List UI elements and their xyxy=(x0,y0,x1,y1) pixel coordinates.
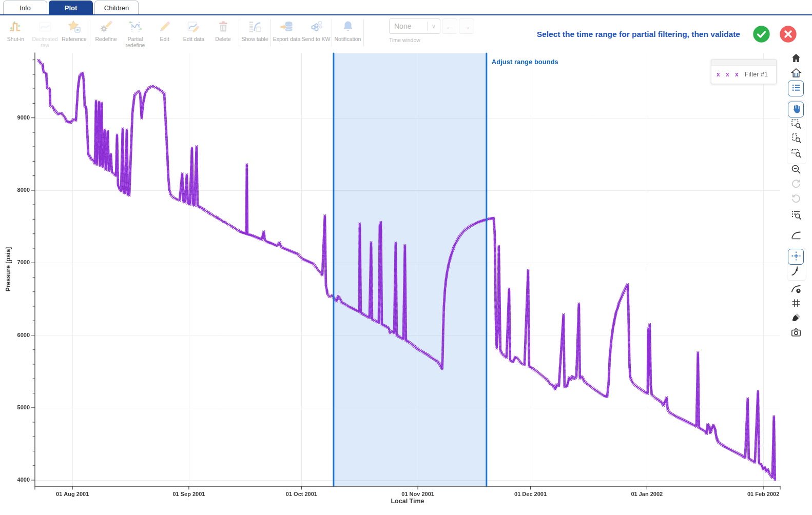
sidebar-tool-move-points[interactable] xyxy=(788,249,804,265)
toolbar-separator xyxy=(90,19,90,46)
sidebar-tool-legend-panel[interactable] xyxy=(788,81,804,96)
toolbar-button-notification[interactable]: Notification xyxy=(333,17,362,42)
y-axis-title: Pressure [psia] xyxy=(5,239,12,300)
toolbar-button-shut-in[interactable]: Shut-in xyxy=(1,17,30,42)
search-list-icon xyxy=(790,209,802,222)
send-to-kw-icon xyxy=(308,19,324,34)
check-icon xyxy=(753,26,770,43)
toolbar-button-send-to-kw[interactable]: Send to KW xyxy=(301,17,331,42)
sidebar-tool-next-view xyxy=(789,193,803,207)
sidebar-tool-screenshot[interactable] xyxy=(789,326,803,341)
sidebar-tool-point-on-curve[interactable] xyxy=(789,265,803,279)
legend-header xyxy=(711,60,776,66)
validate-area: Select the time range for partial filter… xyxy=(537,26,797,43)
grid-icon xyxy=(790,298,802,311)
toolbar-button-label: Decimated raw xyxy=(30,36,60,48)
toolbar-button-show-table[interactable]: Show table xyxy=(240,17,269,42)
legend-box[interactable]: x x x Filter #1 xyxy=(711,59,777,84)
sidebar-tool-zoom-out[interactable] xyxy=(789,163,803,177)
brush-icon xyxy=(790,312,802,325)
zoom-vertical-icon xyxy=(790,132,802,146)
time-window-value: None xyxy=(394,22,427,30)
toolbar-button-label: Send to KW xyxy=(301,36,330,42)
export-data-icon xyxy=(279,19,295,34)
chart-region: Adjust range bounds x x x Filter #1 Pres… xyxy=(0,51,812,515)
sidebar-tool-default-scales-home[interactable] xyxy=(789,67,803,81)
legend-series-label: Filter #1 xyxy=(745,71,768,78)
toolbar-button-label: Notification xyxy=(335,36,361,42)
zoom-prev-icon xyxy=(790,179,802,192)
toolbar-separator xyxy=(239,19,239,46)
time-window-group: None ∨ ← → Time window xyxy=(389,18,492,43)
scale-curve-icon xyxy=(790,229,802,243)
legend-list-icon xyxy=(790,82,802,95)
time-window-prev-button[interactable]: ← xyxy=(442,18,457,34)
sidebar-tool-draw-brush[interactable] xyxy=(789,311,803,326)
tab-children[interactable]: Children xyxy=(94,1,139,14)
toolbar-button-label: Reference xyxy=(62,36,86,42)
partial-redefine-icon xyxy=(128,19,143,34)
zoom-horizontal-icon xyxy=(790,147,802,160)
time-window-next-button[interactable]: → xyxy=(459,18,474,34)
zoom-next-icon xyxy=(790,193,802,207)
plot-area[interactable] xyxy=(0,51,788,515)
toolbar-button-delete[interactable]: Delete xyxy=(208,17,238,42)
sidebar-tool-reset-view-home[interactable] xyxy=(789,52,803,66)
toolbar-button-decimated-raw: Decimated raw xyxy=(30,17,60,48)
notification-icon xyxy=(340,19,356,34)
toolbar-button-partial-redefine[interactable]: Partial redefine xyxy=(121,17,150,48)
validate-cancel-button[interactable] xyxy=(780,26,797,43)
toolbar-separator xyxy=(363,19,364,46)
move-points-icon xyxy=(790,250,802,264)
time-window-label: Time window xyxy=(389,37,492,43)
tab-plot[interactable]: Plot xyxy=(49,1,93,14)
toolbar-button-label: Shut-in xyxy=(7,36,24,42)
sidebar-tool-pan-hand[interactable] xyxy=(788,102,804,117)
tab-bar: Info Plot Children xyxy=(0,0,812,15)
camera-icon xyxy=(790,327,802,340)
home-scales-icon xyxy=(790,67,802,81)
point-curve-icon xyxy=(790,265,802,279)
toolbar-button-label: Partial redefine xyxy=(121,36,150,48)
edit-data-icon xyxy=(186,19,202,34)
toolbar-button-redefine[interactable]: Redefine xyxy=(91,17,121,42)
x-axis-title: Local Time xyxy=(377,498,438,505)
sidebar-tool-scale-curve[interactable] xyxy=(789,229,803,243)
reference-icon xyxy=(67,19,82,34)
home-icon xyxy=(790,52,802,66)
legend-markers: x x x xyxy=(717,71,741,78)
toolbar-button-label: Delete xyxy=(215,36,230,42)
toolbar-button-label: Show table xyxy=(242,36,268,42)
sidebar-tool-zoom-vertical[interactable] xyxy=(789,132,803,146)
shut-in-icon xyxy=(8,19,24,34)
adjust-range-label: Adjust range bounds xyxy=(492,58,558,66)
sidebar-tool-zoom-horizontal[interactable] xyxy=(789,146,803,161)
toolbar-button-export-data[interactable]: Export data xyxy=(272,17,301,42)
toolbar-separator xyxy=(270,19,271,46)
sidebar-tool-previous-view xyxy=(789,178,803,192)
delete-icon xyxy=(216,19,231,34)
toolbar-button-label: Edit xyxy=(160,36,169,42)
close-icon xyxy=(780,26,797,43)
tab-info[interactable]: Info xyxy=(3,1,47,14)
toolbar-button-label: Edit data xyxy=(183,36,204,42)
toolbar-groups: Shut-inDecimated rawReferenceRedefinePar… xyxy=(1,17,365,48)
zoom-window-icon xyxy=(790,118,802,131)
toolbar-button-edit-data[interactable]: Edit data xyxy=(179,17,208,42)
toolbar-separator xyxy=(332,19,332,46)
toolbar-button-reference[interactable]: Reference xyxy=(60,17,89,42)
pan-hand-icon xyxy=(790,103,802,116)
toolbar-button-edit[interactable]: Edit xyxy=(150,17,179,42)
sidebar-tool-search-points[interactable] xyxy=(789,208,803,223)
show-table-icon xyxy=(247,19,263,34)
time-curve-icon xyxy=(790,283,802,296)
toolbar: Shut-inDecimated rawReferenceRedefinePar… xyxy=(0,16,812,51)
sidebar-tool-grid-toggle[interactable] xyxy=(789,297,803,311)
validate-confirm-button[interactable] xyxy=(753,26,770,43)
zoom-out-icon xyxy=(790,164,802,177)
sidebar-tool-zoom-window[interactable] xyxy=(789,117,803,132)
time-window-select[interactable]: None ∨ xyxy=(389,18,440,34)
sidebar-tool-time-settings[interactable] xyxy=(789,283,803,297)
toolbar-button-label: Redefine xyxy=(95,36,117,42)
filter-instruction-message: Select the time range for partial filter… xyxy=(537,30,740,39)
